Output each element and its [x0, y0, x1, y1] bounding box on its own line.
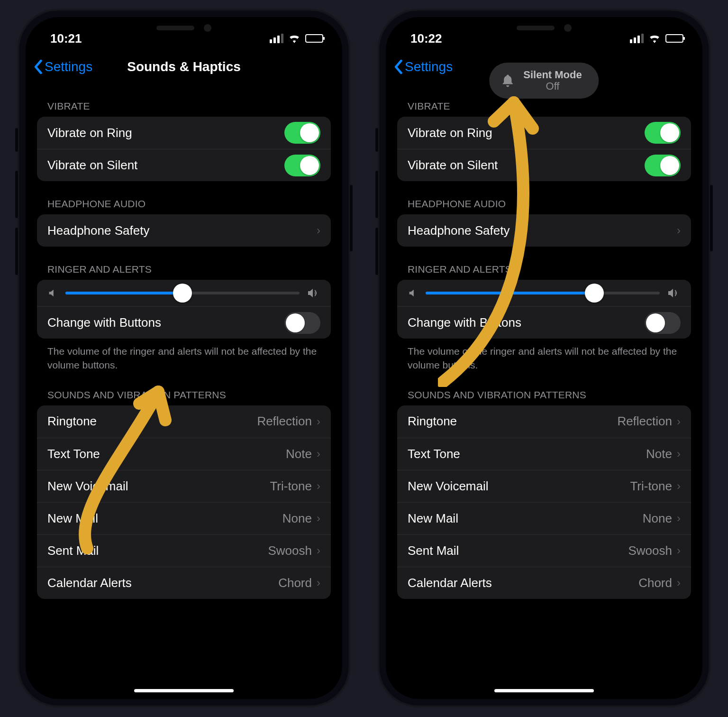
- volume-slider[interactable]: [426, 292, 660, 294]
- group-ringer: Change with Buttons: [37, 280, 331, 339]
- chevron-right-icon: ›: [677, 415, 681, 428]
- row-value: Chord ›: [638, 576, 681, 590]
- row-value: Swoosh ›: [628, 543, 681, 558]
- row-vibrate-ring[interactable]: Vibrate on Ring: [37, 117, 331, 149]
- row-label: Ringtone: [47, 414, 97, 429]
- row-label: Text Tone: [408, 447, 460, 461]
- mute-switch[interactable]: [15, 128, 18, 152]
- group-vibrate: Vibrate on Ring Vibrate on Silent: [397, 117, 691, 181]
- wifi-icon: [288, 34, 300, 43]
- row-label: New Mail: [408, 511, 458, 526]
- row-volume-slider[interactable]: [37, 280, 331, 306]
- row-change-with-buttons[interactable]: Change with Buttons: [37, 306, 331, 339]
- section-header-vibrate: VIBRATE: [37, 83, 331, 117]
- phone-right: 10:22 Settings Silent Mode Off VIBRATE: [378, 9, 710, 707]
- group-vibrate: Vibrate on Ring Vibrate on Silent: [37, 117, 331, 181]
- row-vibrate-ring[interactable]: Vibrate on Ring: [397, 117, 691, 149]
- chevron-right-icon: ›: [317, 544, 320, 557]
- toggle-vibrate-ring[interactable]: [284, 122, 320, 144]
- silent-pill-state: Off: [546, 81, 560, 92]
- chevron-left-icon: [33, 59, 43, 74]
- row-label: New Mail: [47, 511, 98, 526]
- row-sound-sent-mail[interactable]: Sent MailSwoosh ›: [397, 534, 691, 567]
- row-sound-new-mail[interactable]: New MailNone ›: [397, 502, 691, 534]
- wifi-icon: [648, 34, 661, 43]
- group-headphone: Headphone Safety ›: [397, 214, 691, 247]
- chevron-right-icon: ›: [677, 224, 681, 237]
- section-header-ringer: RINGER AND ALERTS: [37, 247, 331, 280]
- toggle-change-buttons[interactable]: [645, 312, 681, 334]
- chevron-right-icon: ›: [317, 512, 320, 525]
- power-button[interactable]: [350, 185, 353, 251]
- toggle-vibrate-silent[interactable]: [284, 155, 320, 176]
- row-label: Sent Mail: [47, 543, 99, 558]
- status-time: 10:21: [50, 31, 82, 46]
- row-label: Vibrate on Ring: [47, 126, 132, 140]
- chevron-right-icon: ›: [317, 224, 320, 237]
- back-label: Settings: [45, 59, 92, 74]
- row-label: Change with Buttons: [47, 315, 161, 330]
- row-sound-sent-mail[interactable]: Sent MailSwoosh ›: [37, 534, 331, 567]
- row-change-with-buttons[interactable]: Change with Buttons: [397, 306, 691, 339]
- home-indicator[interactable]: [134, 689, 234, 692]
- row-sound-ringtone[interactable]: RingtoneReflection ›: [37, 405, 331, 438]
- volume-down-button[interactable]: [15, 228, 18, 275]
- toggle-vibrate-ring[interactable]: [645, 122, 681, 144]
- volume-high-icon: [667, 287, 681, 299]
- back-button[interactable]: Settings: [393, 59, 453, 74]
- nav-header: Settings Sounds & Haptics: [26, 50, 342, 83]
- volume-up-button[interactable]: [375, 171, 378, 218]
- battery-icon: [305, 34, 323, 43]
- mute-switch[interactable]: [375, 128, 378, 152]
- back-label: Settings: [405, 59, 453, 74]
- row-sound-new-mail[interactable]: New MailNone ›: [37, 502, 331, 534]
- row-sound-new-voicemail[interactable]: New VoicemailTri-tone ›: [37, 470, 331, 502]
- toggle-vibrate-silent[interactable]: [645, 155, 681, 176]
- back-button[interactable]: Settings: [33, 59, 92, 74]
- chevron-right-icon: ›: [677, 479, 681, 493]
- status-time: 10:22: [410, 31, 442, 46]
- group-headphone: Headphone Safety ›: [37, 214, 331, 247]
- row-label: Calendar Alerts: [47, 576, 132, 590]
- row-label: New Voicemail: [47, 479, 128, 494]
- row-sound-text-tone[interactable]: Text ToneNote ›: [37, 438, 331, 470]
- volume-low-icon: [47, 288, 58, 298]
- row-sound-text-tone[interactable]: Text ToneNote ›: [397, 438, 691, 470]
- row-vibrate-silent[interactable]: Vibrate on Silent: [397, 149, 691, 181]
- row-value: Note ›: [286, 447, 320, 461]
- row-sound-calendar-alerts[interactable]: Calendar AlertsChord ›: [397, 567, 691, 599]
- volume-up-button[interactable]: [15, 171, 18, 218]
- row-vibrate-silent[interactable]: Vibrate on Silent: [37, 149, 331, 181]
- chevron-right-icon: ›: [317, 576, 320, 589]
- home-indicator[interactable]: [494, 689, 594, 692]
- chevron-right-icon: ›: [677, 512, 681, 525]
- row-sound-ringtone[interactable]: RingtoneReflection ›: [397, 405, 691, 438]
- row-value: None ›: [643, 511, 681, 526]
- row-volume-slider[interactable]: [397, 280, 691, 306]
- row-headphone-safety[interactable]: Headphone Safety ›: [397, 214, 691, 247]
- power-button[interactable]: [710, 185, 713, 251]
- notch: [478, 17, 610, 39]
- row-label: Vibrate on Ring: [408, 126, 492, 140]
- volume-down-button[interactable]: [375, 228, 378, 275]
- footer-note: The volume of the ringer and alerts will…: [397, 339, 691, 372]
- section-header-headphone: HEADPHONE AUDIO: [37, 181, 331, 214]
- row-headphone-safety[interactable]: Headphone Safety ›: [37, 214, 331, 247]
- row-label: Headphone Safety: [47, 223, 149, 238]
- section-header-sounds: SOUNDS AND VIBRATION PATTERNS: [397, 372, 691, 405]
- footer-note: The volume of the ringer and alerts will…: [37, 339, 331, 372]
- volume-high-icon: [307, 287, 320, 299]
- row-label: Change with Buttons: [408, 315, 521, 330]
- volume-slider[interactable]: [65, 292, 300, 294]
- toggle-change-buttons[interactable]: [284, 312, 320, 334]
- cellular-icon: [270, 34, 283, 43]
- notch: [118, 17, 250, 39]
- row-label: Text Tone: [47, 447, 100, 461]
- row-sound-calendar-alerts[interactable]: Calendar AlertsChord ›: [37, 567, 331, 599]
- row-sound-new-voicemail[interactable]: New VoicemailTri-tone ›: [397, 470, 691, 502]
- row-label: Sent Mail: [408, 543, 459, 558]
- row-label: Vibrate on Silent: [408, 158, 498, 173]
- row-value: Tri-tone ›: [270, 479, 320, 494]
- phone-left: 10:21 Settings Sounds & Haptics VIBRATE …: [18, 9, 350, 707]
- row-value: Reflection ›: [257, 414, 320, 429]
